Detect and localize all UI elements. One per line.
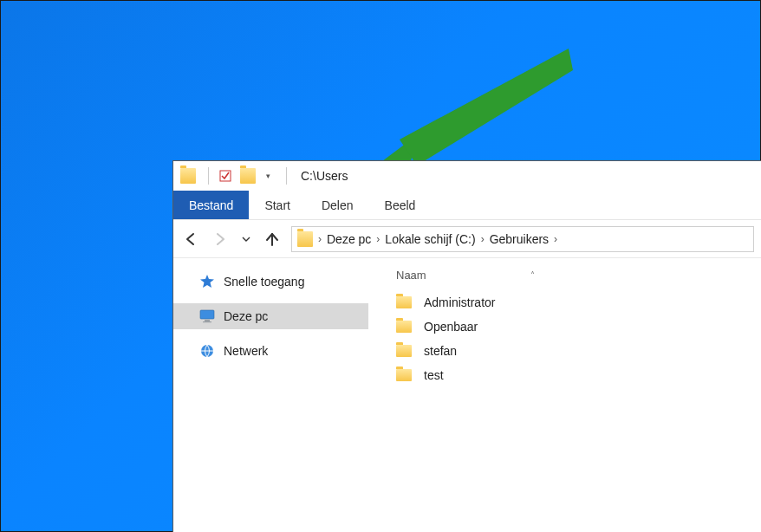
monitor-icon — [199, 308, 215, 324]
network-icon — [199, 343, 215, 359]
folder-name: Administrator — [424, 295, 495, 309]
sidebar-item-label: Netwerk — [224, 344, 268, 358]
folder-icon — [396, 321, 412, 333]
svg-rect-5 — [203, 321, 211, 322]
breadcrumb: Deze pc › Lokale schijf (C:) › Gebruiker… — [327, 232, 557, 246]
navigation-pane: Snelle toegang Deze pc — [173, 258, 368, 532]
column-name-label: Naam — [396, 269, 426, 282]
tab-view[interactable]: Beeld — [369, 191, 432, 219]
titlebar-separator-2 — [286, 167, 287, 185]
chevron-right-icon[interactable]: › — [318, 233, 322, 245]
chevron-right-icon[interactable]: › — [376, 233, 380, 245]
address-folder-icon — [297, 231, 313, 247]
explorer-body: Snelle toegang Deze pc — [173, 258, 761, 532]
explorer-window: ▾ C:\Users Bestand Start Delen Beeld — [172, 160, 761, 532]
sidebar-item-thispc[interactable]: Deze pc — [173, 303, 368, 329]
qat-newfolder-icon[interactable] — [240, 168, 256, 184]
titlebar: ▾ C:\Users — [173, 161, 761, 191]
folder-row[interactable]: Administrator — [396, 290, 758, 315]
ribbon: Bestand Start Delen Beeld — [173, 191, 761, 220]
folder-icon — [396, 296, 412, 308]
sort-ascending-icon: ˄ — [530, 270, 535, 280]
folder-name: Openbaar — [424, 320, 478, 334]
nav-history-dropdown[interactable] — [239, 235, 253, 243]
navbar: › Deze pc › Lokale schijf (C:) › Gebruik… — [173, 220, 761, 258]
qat-properties-icon[interactable] — [218, 168, 233, 184]
svg-marker-1 — [400, 49, 573, 165]
file-list: Administrator Openbaar stefan test — [372, 290, 758, 387]
tab-start[interactable]: Start — [249, 191, 306, 219]
crumb-0[interactable]: Deze pc — [327, 232, 371, 246]
sidebar-item-label: Snelle toegang — [224, 275, 304, 289]
nav-up-button[interactable] — [262, 229, 283, 250]
app-folder-icon — [180, 168, 196, 184]
sidebar-item-quickaccess[interactable]: Snelle toegang — [173, 269, 368, 295]
column-header-name[interactable]: Naam ˄ — [372, 267, 758, 290]
sidebar-item-network[interactable]: Netwerk — [173, 338, 368, 364]
window-title: C:\Users — [301, 169, 348, 183]
svg-rect-4 — [205, 320, 210, 321]
star-icon — [199, 274, 215, 289]
nav-forward-button[interactable] — [210, 229, 231, 250]
qat-dropdown-icon[interactable]: ▾ — [264, 172, 272, 180]
svg-rect-2 — [220, 171, 231, 181]
folder-row[interactable]: test — [396, 363, 758, 387]
crumb-2[interactable]: Gebruikers — [490, 232, 549, 246]
crumb-1[interactable]: Lokale schijf (C:) — [385, 232, 475, 246]
folder-icon — [396, 369, 412, 381]
chevron-right-icon[interactable]: › — [554, 233, 557, 245]
file-list-pane: Naam ˄ Administrator Openbaar stefan — [368, 258, 761, 532]
chevron-right-icon[interactable]: › — [481, 233, 485, 245]
sidebar-item-label: Deze pc — [224, 309, 268, 323]
nav-back-button[interactable] — [180, 229, 201, 250]
folder-name: test — [424, 368, 444, 382]
folder-name: stefan — [424, 344, 457, 358]
folder-row[interactable]: stefan — [396, 339, 758, 363]
address-bar[interactable]: › Deze pc › Lokale schijf (C:) › Gebruik… — [291, 226, 754, 252]
desktop-background: ▾ C:\Users Bestand Start Delen Beeld — [0, 0, 761, 532]
tab-share[interactable]: Delen — [306, 191, 369, 219]
folder-row[interactable]: Openbaar — [396, 315, 758, 339]
svg-rect-3 — [200, 310, 214, 319]
titlebar-separator — [208, 167, 209, 185]
tab-file[interactable]: Bestand — [173, 191, 249, 219]
folder-icon — [396, 345, 412, 357]
